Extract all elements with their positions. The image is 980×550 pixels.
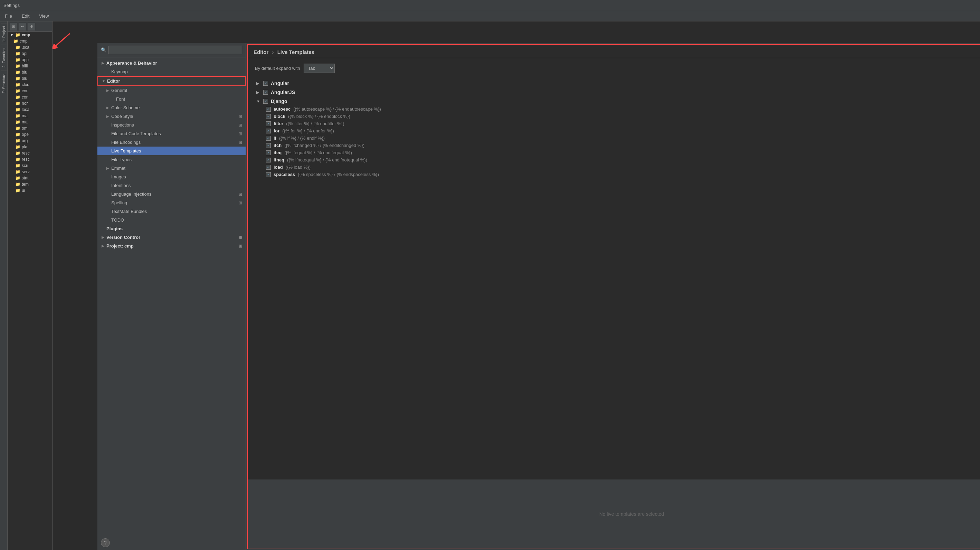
tree-mal2[interactable]: 📁 mal — [8, 119, 52, 125]
tab-favorites[interactable]: 2: Favorites — [1, 45, 6, 70]
tree-node-filetypes[interactable]: File Types — [97, 155, 246, 164]
item-ifch[interactable]: ✓ ifch ({% ifchanged %} / {% endifchange… — [255, 142, 980, 149]
group-check-django[interactable]: ✓ — [263, 99, 268, 104]
name-load: load — [274, 164, 283, 170]
item-spaceless[interactable]: ✓ spaceless ({% spaceless %} / {% endspa… — [255, 171, 980, 178]
tree-node-project[interactable]: ▶ Project: cmp ⊞ — [97, 242, 246, 250]
group-name-django: Django — [271, 99, 287, 104]
toolbar-btn-3[interactable]: ⚙ — [28, 23, 35, 30]
tree-serv[interactable]: 📁 serv — [8, 169, 52, 175]
tree-blu1[interactable]: 📁 blu — [8, 69, 52, 75]
tree-billi[interactable]: 📁 billi — [8, 63, 52, 69]
group-angularjs: ▶ ✓ AngularJS — [255, 88, 980, 96]
item-if[interactable]: ✓ if ({% if %} / {% endif %}) — [255, 134, 980, 142]
tree-ui[interactable]: 📁 ui — [8, 187, 52, 194]
tree-node-intentions[interactable]: Intentions — [97, 181, 246, 190]
item-ifeq[interactable]: ✓ ifeq ({% ifequal %} / {% endifequal %}… — [255, 149, 980, 156]
project-root-cmp[interactable]: ▼ 📁 cmp — [8, 32, 52, 38]
check-ifch[interactable]: ✓ — [266, 143, 271, 148]
project-icon: 📁 — [15, 32, 21, 37]
tree-node-codestyle[interactable]: ▶ Code Style ⊞ — [97, 112, 246, 121]
check-ifeq[interactable]: ✓ — [266, 150, 271, 155]
settings-tree-content: ▶ Appearance & Behavior Keymap ▼ Editor — [97, 57, 246, 535]
tree-blu2[interactable]: 📁 blu — [8, 75, 52, 81]
tree-node-colorscheme[interactable]: ▶ Color Scheme — [97, 104, 246, 112]
toolbar-btn-1[interactable]: ⊞ — [10, 23, 17, 30]
tree-node-todo[interactable]: TODO — [97, 216, 246, 224]
tree-node-fileencodings[interactable]: File Encodings ⊞ — [97, 138, 246, 147]
check-spaceless[interactable]: ✓ — [266, 172, 271, 177]
check-load[interactable]: ✓ — [266, 165, 271, 170]
tree-tem[interactable]: 📁 tem — [8, 181, 52, 187]
tree-clou[interactable]: 📁 clou — [8, 81, 52, 88]
menu-edit[interactable]: Edit — [20, 13, 32, 19]
search-input[interactable] — [108, 46, 242, 54]
tree-node-appearance[interactable]: ▶ Appearance & Behavior — [97, 59, 246, 67]
menu-view[interactable]: View — [37, 13, 51, 19]
menu-bar: File Edit View — [0, 11, 980, 21]
item-block[interactable]: ✓ block ({% block %} / {% endblock %}) — [255, 113, 980, 120]
vcs-icon: ⊞ — [239, 235, 242, 240]
tree-ope[interactable]: 📁 ope — [8, 131, 52, 137]
check-for[interactable]: ✓ — [266, 129, 271, 134]
help-button[interactable]: ? — [101, 538, 110, 547]
tree-con2[interactable]: 📁 con — [8, 94, 52, 100]
group-header-angular[interactable]: ▶ ✓ Angular — [255, 79, 980, 88]
tree-node-livetemplates[interactable]: Live Templates — [97, 147, 246, 155]
item-autoesc[interactable]: ✓ autoesc ({% autoescape %} / {% endauto… — [255, 105, 980, 113]
expand-select[interactable]: Tab Enter Space — [304, 64, 335, 73]
item-ifneq[interactable]: ✓ ifneq ({% ifnotequal %} / {% endifnote… — [255, 156, 980, 164]
tree-node-inspections[interactable]: Inspections ⊞ — [97, 121, 246, 129]
tab-structure[interactable]: Z: Structure — [1, 70, 6, 96]
tree-node-vcs[interactable]: ▶ Version Control ⊞ — [97, 233, 246, 242]
tree-resc1[interactable]: 📁 resc — [8, 150, 52, 156]
arrow-appearance: ▶ — [101, 61, 105, 65]
tree-node-filetemplates[interactable]: File and Code Templates ⊞ — [97, 129, 246, 138]
tree-node-images[interactable]: Images — [97, 172, 246, 181]
check-filter[interactable]: ✓ — [266, 121, 271, 126]
tree-hor[interactable]: 📁 hor — [8, 100, 52, 107]
desc-ifch: ({% ifchanged %} / {% endifchanged %}) — [284, 143, 364, 148]
tree-mal1[interactable]: 📁 mal — [8, 113, 52, 119]
tree-loca[interactable]: 📁 loca — [8, 107, 52, 113]
tree-org[interactable]: 📁 org — [8, 137, 52, 144]
tree-node-general[interactable]: ▶ General — [97, 86, 246, 95]
group-django: ▼ ✓ Django ✓ autoesc ({% autoescape %} /… — [255, 97, 980, 178]
group-header-django[interactable]: ▼ ✓ Django — [255, 97, 980, 105]
check-block[interactable]: ✓ — [266, 114, 271, 119]
item-for[interactable]: ✓ for ({% for %} / {% endfor %}) — [255, 127, 980, 134]
item-load[interactable]: ✓ load ({% load %}) — [255, 164, 980, 171]
tree-app[interactable]: 📁 app — [8, 57, 52, 63]
group-check-angularjs[interactable]: ✓ — [263, 90, 268, 95]
group-check-angular[interactable]: ✓ — [263, 81, 268, 86]
tree-node-plugins[interactable]: Plugins — [97, 224, 246, 233]
tree-scri[interactable]: 📁 scri — [8, 163, 52, 169]
check-ifneq[interactable]: ✓ — [266, 158, 271, 163]
tree-node-editor[interactable]: ▼ Editor — [97, 76, 246, 86]
search-icon: 🔍 — [101, 47, 107, 53]
tree-node-textmate[interactable]: TextMate Bundles — [97, 207, 246, 216]
tree-node-font[interactable]: Font — [97, 95, 246, 104]
item-filter[interactable]: ✓ filter ({% filter %} / {% endfilter %}… — [255, 120, 980, 127]
tree-node-keymap[interactable]: Keymap — [97, 67, 246, 76]
menu-file[interactable]: File — [3, 13, 14, 19]
tab-project[interactable]: 1: Project — [1, 23, 6, 45]
tree-stat[interactable]: 📁 stat — [8, 175, 52, 181]
desc-ifeq: ({% ifequal %} / {% endifequal %}) — [284, 150, 352, 155]
project-item[interactable]: 📁 cmp — [8, 38, 52, 44]
tree-node-spelling[interactable]: Spelling ⊞ — [97, 198, 246, 207]
label-font: Font — [116, 96, 125, 102]
tree-resc2[interactable]: 📁 resc — [8, 156, 52, 163]
tree-node-emmet[interactable]: ▶ Emmet — [97, 164, 246, 172]
group-angular: ▶ ✓ Angular — [255, 79, 980, 88]
tree-con1[interactable]: 📁 con — [8, 88, 52, 94]
tree-sca[interactable]: 📁 .sca — [8, 44, 52, 51]
tree-pla[interactable]: 📁 pla — [8, 144, 52, 150]
tree-om[interactable]: 📁 om — [8, 125, 52, 131]
check-autoesc[interactable]: ✓ — [266, 107, 271, 112]
toolbar-btn-2[interactable]: ↩ — [19, 23, 26, 30]
check-if[interactable]: ✓ — [266, 136, 271, 141]
group-header-angularjs[interactable]: ▶ ✓ AngularJS — [255, 88, 980, 96]
tree-api[interactable]: 📁 api — [8, 51, 52, 57]
tree-node-langinjections[interactable]: Language Injections ⊞ — [97, 190, 246, 198]
